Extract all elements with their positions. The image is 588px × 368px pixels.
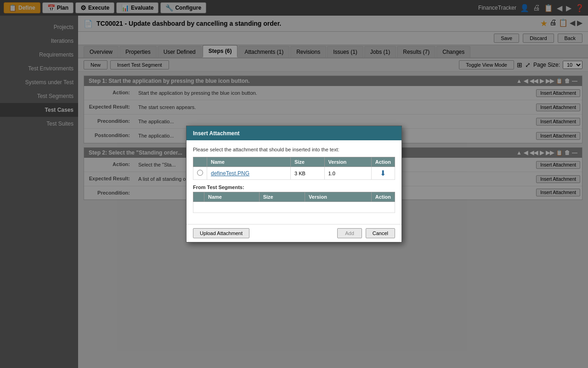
modal-attachment-row-0: defineTest.PNG 3 KB 1.0 ⬇ [193,167,395,180]
modal-body: Please select the attachment that should… [187,140,401,224]
modal-action-buttons: Add Cancel [337,228,395,238]
add-button[interactable]: Add [337,228,362,238]
seg-table-header-name: Name [204,192,260,202]
seg-table-header-check [193,192,204,202]
modal-attachments-table: Name Size Version Action defineTest.PNG … [193,157,395,180]
from-test-segments-label: From Test Segments: [193,184,395,190]
attachment-name-0: defineTest.PNG [207,167,291,180]
modal-test-segments-table: Name Size Version Action [193,192,395,213]
seg-table-header-version: Version [305,192,372,202]
modal-overlay: Insert Attachment Please select the atta… [0,0,588,368]
modal-table-header-action: Action [371,157,395,167]
seg-table-header-action: Action [371,192,395,202]
modal-header: Insert Attachment [187,126,401,140]
seg-empty-row [193,202,395,213]
insert-attachment-modal: Insert Attachment Please select the atta… [186,126,402,242]
attachment-link-0[interactable]: defineTest.PNG [211,170,249,177]
cancel-button[interactable]: Cancel [366,228,395,238]
modal-title: Insert Attachment [193,130,240,137]
upload-attachment-button[interactable]: Upload Attachment [193,228,249,238]
modal-table-header-name: Name [207,157,291,167]
attachment-version-0: 1.0 [324,167,371,180]
attachment-radio-0[interactable] [197,170,203,176]
modal-footer: Upload Attachment Add Cancel [187,224,401,242]
modal-table-header-version: Version [324,157,371,167]
attachment-size-0: 3 KB [290,167,324,180]
modal-table-header-check [193,157,207,167]
attachment-action-0: ⬇ [371,167,395,180]
modal-table-header-size: Size [290,157,324,167]
modal-description: Please select the attachment that should… [193,147,395,152]
attachment-download-0[interactable]: ⬇ [380,169,386,177]
seg-table-header-size: Size [259,192,305,202]
